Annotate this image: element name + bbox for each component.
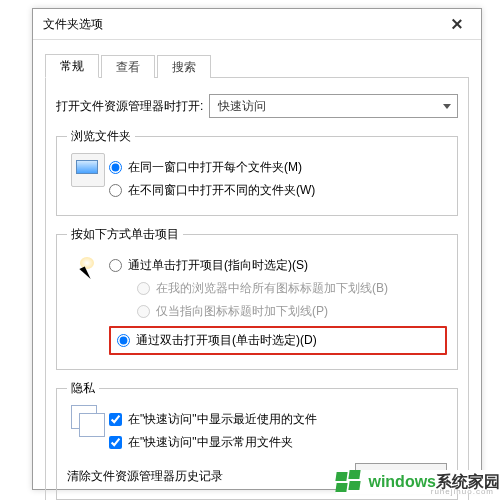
radio-same-window-label: 在同一窗口中打开每个文件夹(M): [128, 159, 302, 176]
folder-window-icon: [67, 153, 109, 205]
cursor-icon: [67, 251, 109, 359]
clear-history-label: 清除文件资源管理器历史记录: [67, 468, 355, 485]
files-icon: [67, 405, 109, 457]
close-button[interactable]: [437, 10, 477, 38]
open-explorer-value: 快速访问: [218, 98, 266, 115]
privacy-legend: 隐私: [67, 380, 99, 397]
browse-folders-legend: 浏览文件夹: [67, 128, 135, 145]
click-behavior-group: 按如下方式单击项目 通过单击打开项目(指向时选定)(S) 在我的浏览器中给所有图…: [56, 226, 458, 370]
check-recent-files-label: 在"快速访问"中显示最近使用的文件: [128, 411, 317, 428]
click-behavior-legend: 按如下方式单击项目: [67, 226, 183, 243]
watermark-brand: windows: [368, 473, 436, 491]
check-recent-files-input[interactable]: [109, 413, 122, 426]
tab-view[interactable]: 查看: [101, 55, 155, 78]
tab-pane-general: 打开文件资源管理器时打开: 快速访问 浏览文件夹 在同一窗口中打开每个文件夹(M…: [45, 78, 469, 500]
browse-folders-group: 浏览文件夹 在同一窗口中打开每个文件夹(M) 在不同窗口中打开不同的文件夹(W): [56, 128, 458, 216]
radio-single-click-input[interactable]: [109, 259, 122, 272]
radio-new-window-input[interactable]: [109, 184, 122, 197]
radio-underline-browser: 在我的浏览器中给所有图标标题加下划线(B): [137, 280, 447, 297]
check-frequent-folders[interactable]: 在"快速访问"中显示常用文件夹: [109, 434, 447, 451]
radio-single-click[interactable]: 通过单击打开项目(指向时选定)(S): [109, 257, 447, 274]
radio-double-click-label: 通过双击打开项目(单击时选定)(D): [136, 332, 317, 349]
tab-search[interactable]: 搜索: [157, 55, 211, 78]
radio-underline-point-label: 仅当指向图标标题时加下划线(P): [156, 303, 328, 320]
watermark-url: ruhejihuo.com: [431, 487, 494, 496]
close-icon: [452, 19, 462, 29]
open-explorer-row: 打开文件资源管理器时打开: 快速访问: [56, 94, 458, 118]
radio-new-window[interactable]: 在不同窗口中打开不同的文件夹(W): [109, 182, 447, 199]
check-frequent-folders-input[interactable]: [109, 436, 122, 449]
tab-strip: 常规 查看 搜索: [45, 53, 469, 78]
titlebar: 文件夹选项: [33, 9, 481, 40]
radio-single-click-label: 通过单击打开项目(指向时选定)(S): [128, 257, 308, 274]
open-explorer-label: 打开文件资源管理器时打开:: [56, 98, 203, 115]
radio-same-window-input[interactable]: [109, 161, 122, 174]
chevron-down-icon: [443, 104, 451, 109]
check-frequent-folders-label: 在"快速访问"中显示常用文件夹: [128, 434, 293, 451]
windows-logo-icon: [336, 470, 364, 494]
dialog-body: 常规 查看 搜索 打开文件资源管理器时打开: 快速访问 浏览文件夹: [45, 53, 469, 489]
tab-general[interactable]: 常规: [45, 54, 99, 78]
radio-double-click[interactable]: 通过双击打开项目(单击时选定)(D): [117, 332, 317, 349]
radio-underline-point-input: [137, 305, 150, 318]
highlight-box: 通过双击打开项目(单击时选定)(D): [109, 326, 447, 355]
open-explorer-combo[interactable]: 快速访问: [209, 94, 458, 118]
radio-new-window-label: 在不同窗口中打开不同的文件夹(W): [128, 182, 315, 199]
radio-underline-point: 仅当指向图标标题时加下划线(P): [137, 303, 447, 320]
check-recent-files[interactable]: 在"快速访问"中显示最近使用的文件: [109, 411, 447, 428]
radio-underline-browser-input: [137, 282, 150, 295]
radio-double-click-input[interactable]: [117, 334, 130, 347]
radio-underline-browser-label: 在我的浏览器中给所有图标标题加下划线(B): [156, 280, 388, 297]
window-title: 文件夹选项: [43, 16, 103, 33]
watermark: windows系统家园 ruhejihuo.com: [336, 470, 500, 494]
dialog-window: 文件夹选项 常规 查看 搜索 打开文件资源管理器时打开: 快速访问 浏览文件夹: [32, 8, 482, 490]
radio-same-window[interactable]: 在同一窗口中打开每个文件夹(M): [109, 159, 447, 176]
